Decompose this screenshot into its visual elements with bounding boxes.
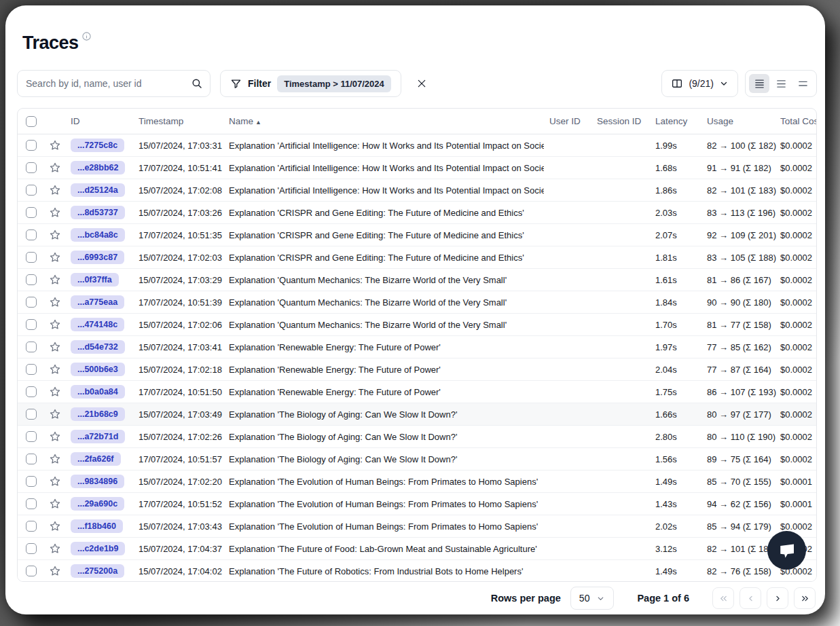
star-icon[interactable]	[49, 408, 61, 420]
clear-filter-button[interactable]	[412, 74, 431, 93]
trace-id-badge[interactable]: ...6993c87	[71, 251, 124, 264]
filter-button[interactable]: Filter Timestamp > 11/07/2024	[220, 70, 401, 97]
table-row[interactable]: ...983489615/07/2024, 17:02:20Explanatio…	[18, 471, 816, 493]
select-all-checkbox[interactable]	[26, 116, 37, 127]
star-icon[interactable]	[49, 206, 61, 219]
star-icon[interactable]	[49, 363, 61, 375]
star-icon[interactable]	[49, 341, 61, 353]
trace-id-badge[interactable]: ...d25124a	[71, 183, 125, 197]
trace-id-badge[interactable]: ...f18b460	[71, 519, 123, 533]
row-checkbox[interactable]	[26, 342, 37, 352]
table-row[interactable]: ...b0a0a8417/07/2024, 10:51:50Explanatio…	[18, 381, 816, 403]
table-row[interactable]: ...6993c8715/07/2024, 17:02:03Explanatio…	[18, 246, 816, 269]
info-icon[interactable]	[81, 31, 92, 44]
trace-id-badge[interactable]: ...9834896	[71, 475, 124, 488]
star-icon[interactable]	[49, 475, 61, 487]
trace-id-badge[interactable]: ...474148c	[71, 318, 124, 331]
table-row[interactable]: ...e28bb6217/07/2024, 10:51:41Explanatio…	[18, 157, 816, 179]
trace-id-badge[interactable]: ...21b68c9	[71, 407, 125, 421]
trace-id-badge[interactable]: ...29a690c	[71, 497, 124, 511]
star-icon[interactable]	[49, 229, 61, 241]
trace-id-badge[interactable]: ...c2de1b9	[71, 542, 125, 555]
next-page-button[interactable]	[767, 587, 788, 609]
star-icon[interactable]	[49, 520, 61, 532]
row-checkbox[interactable]	[26, 409, 37, 420]
trace-id-badge[interactable]: ...d54e732	[71, 340, 125, 354]
search-input[interactable]	[26, 78, 191, 89]
column-header-name[interactable]: Name▲	[225, 116, 544, 126]
columns-visibility-button[interactable]: (9/21)	[661, 70, 738, 97]
row-checkbox[interactable]	[26, 454, 37, 464]
trace-id-badge[interactable]: ...7275c8c	[71, 139, 124, 152]
filter-chip[interactable]: Timestamp > 11/07/2024	[277, 75, 391, 92]
trace-id-badge[interactable]: ...a72b71d	[71, 430, 125, 443]
table-row[interactable]: ...29a690c17/07/2024, 10:51:52Explanatio…	[18, 493, 816, 515]
column-header-latency[interactable]: Latency	[650, 116, 701, 126]
star-icon[interactable]	[49, 430, 61, 443]
trace-id-badge[interactable]: ...0f37ffa	[71, 273, 119, 287]
row-checkbox[interactable]	[26, 140, 37, 151]
table-row[interactable]: ...7275c8c15/07/2024, 17:03:31Explanatio…	[18, 134, 816, 157]
star-icon[interactable]	[49, 296, 61, 308]
trace-id-badge[interactable]: ...e28bb62	[71, 161, 125, 174]
table-row[interactable]: ...500b6e315/07/2024, 17:02:18Explanatio…	[18, 358, 816, 381]
column-header-session-id[interactable]: Session ID	[591, 116, 650, 126]
rows-per-page-select[interactable]: 50	[570, 587, 615, 610]
trace-id-badge[interactable]: ...275200a	[71, 564, 124, 578]
row-checkbox[interactable]	[26, 431, 37, 442]
table-row[interactable]: ...2fa626f17/07/2024, 10:51:57Explanatio…	[18, 448, 816, 471]
row-checkbox[interactable]	[26, 207, 37, 218]
trace-id-badge[interactable]: ...b0a0a84	[71, 385, 125, 399]
row-checkbox[interactable]	[26, 521, 37, 532]
row-checkbox[interactable]	[26, 229, 37, 240]
row-checkbox[interactable]	[26, 297, 37, 308]
table-row[interactable]: ...275200a15/07/2024, 17:04:02Explanatio…	[18, 560, 816, 582]
star-icon[interactable]	[49, 184, 61, 196]
table-row[interactable]: ...21b68c915/07/2024, 17:03:49Explanatio…	[18, 403, 816, 426]
row-checkbox[interactable]	[26, 498, 37, 509]
chat-widget-button[interactable]	[767, 531, 806, 570]
star-icon[interactable]	[49, 565, 61, 577]
star-icon[interactable]	[49, 251, 61, 263]
trace-id-badge[interactable]: ...500b6e3	[71, 363, 125, 376]
column-header-usage[interactable]: Usage	[701, 116, 778, 126]
column-header-id[interactable]: ID	[65, 116, 133, 126]
row-checkbox[interactable]	[26, 476, 37, 487]
table-row[interactable]: ...f18b46015/07/2024, 17:03:43Explanatio…	[18, 515, 816, 538]
table-row[interactable]: ...d25124a15/07/2024, 17:02:08Explanatio…	[18, 179, 816, 202]
star-icon[interactable]	[49, 542, 61, 555]
table-row[interactable]: ...a72b71d15/07/2024, 17:02:26Explanatio…	[18, 426, 816, 448]
table-row[interactable]: ...474148c15/07/2024, 17:02:06Explanatio…	[18, 314, 816, 336]
table-row[interactable]: ...c2de1b915/07/2024, 17:04:37Explanatio…	[18, 538, 816, 560]
row-checkbox[interactable]	[26, 543, 37, 554]
first-page-button[interactable]	[712, 587, 734, 609]
column-header-total-cost[interactable]: Total Cost	[778, 116, 817, 126]
row-checkbox[interactable]	[26, 386, 37, 397]
star-icon[interactable]	[49, 162, 61, 174]
row-checkbox[interactable]	[26, 162, 37, 173]
star-icon[interactable]	[49, 453, 61, 465]
star-icon[interactable]	[49, 139, 61, 151]
row-checkbox[interactable]	[26, 364, 37, 375]
table-row[interactable]: ...0f37ffa15/07/2024, 17:03:29Explanatio…	[18, 269, 816, 291]
trace-id-badge[interactable]: ...bc84a8c	[71, 228, 125, 242]
trace-id-badge[interactable]: ...a775eaa	[71, 295, 124, 309]
row-height-large-button[interactable]	[792, 74, 813, 93]
column-header-timestamp[interactable]: Timestamp	[133, 116, 225, 126]
last-page-button[interactable]	[794, 587, 816, 609]
row-checkbox[interactable]	[26, 252, 37, 263]
table-row[interactable]: ...a775eaa17/07/2024, 10:51:39Explanatio…	[18, 291, 816, 314]
star-icon[interactable]	[49, 386, 61, 398]
row-checkbox[interactable]	[26, 274, 37, 285]
previous-page-button[interactable]	[739, 587, 761, 609]
row-checkbox[interactable]	[26, 566, 37, 576]
star-icon[interactable]	[49, 274, 61, 286]
row-checkbox[interactable]	[26, 319, 37, 330]
trace-id-badge[interactable]: ...8d53737	[71, 206, 125, 219]
row-height-medium-button[interactable]	[771, 74, 791, 93]
trace-id-badge[interactable]: ...2fa626f	[71, 452, 121, 466]
table-row[interactable]: ...8d5373715/07/2024, 17:03:26Explanatio…	[18, 202, 816, 224]
table-row[interactable]: ...d54e73215/07/2024, 17:03:41Explanatio…	[18, 336, 816, 358]
star-icon[interactable]	[49, 318, 61, 331]
table-row[interactable]: ...bc84a8c17/07/2024, 10:51:35Explanatio…	[18, 224, 816, 246]
